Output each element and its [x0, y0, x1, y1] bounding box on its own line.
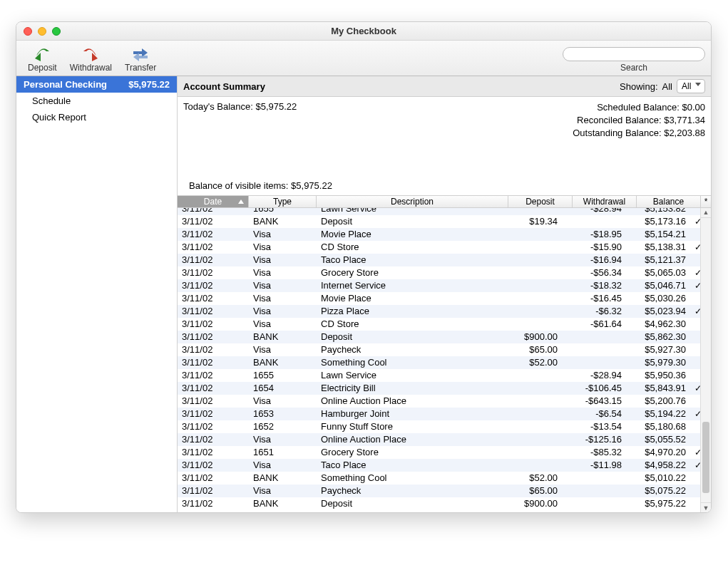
cell-date: 3/11/02 [178, 331, 249, 342]
cell-wd: -$28.94 [562, 370, 626, 380]
table-row[interactable]: 3/11/02VisaCD Store-$15.90$5,138.31✓ [178, 241, 700, 254]
col-header-type[interactable]: Type [249, 196, 317, 207]
cell-type: BANK [249, 472, 317, 483]
cell-bal: $5,065.03 [626, 267, 690, 278]
cell-dep: $52.00 [498, 357, 562, 368]
cell-date: 3/11/02 [178, 395, 249, 406]
sidebar-item-schedule[interactable]: Schedule [16, 93, 177, 109]
table-row[interactable]: 3/11/02VisaCD Store-$61.64$4,962.30 [178, 318, 700, 331]
cell-date: 3/11/02 [178, 208, 249, 214]
scheduled-balance: Scheduled Balance: $0.00 [573, 101, 705, 114]
cell-bal: $4,970.20 [626, 447, 690, 457]
table-row[interactable]: 3/11/02VisaPaycheck$65.00$5,075.22 [178, 484, 700, 497]
cell-bal: $5,950.36 [626, 370, 690, 380]
table-row[interactable]: 3/11/02VisaPaycheck$65.00$5,927.30 [178, 343, 700, 356]
cell-type: Visa [249, 434, 317, 445]
cell-date: 3/11/02 [178, 318, 249, 329]
cell-chk: ✓ [690, 447, 700, 457]
table-row[interactable]: 3/11/02VisaInternet Service-$18.32$5,046… [178, 279, 700, 292]
cell-wd: -$85.32 [562, 447, 626, 457]
cell-date: 3/11/02 [178, 344, 249, 355]
sidebar-item-label: Schedule [32, 95, 71, 106]
cell-bal: $5,046.71 [626, 280, 690, 291]
scroll-up-button[interactable]: ▲ [701, 208, 711, 218]
outstanding-balance: Outstanding Balance: $2,203.88 [573, 127, 705, 140]
cell-date: 3/11/02 [178, 306, 249, 316]
cell-dep: $65.00 [498, 344, 562, 355]
table-row[interactable]: 3/11/02BANKDeposit$900.00$5,862.30 [178, 331, 700, 343]
cell-bal: $5,154.21 [626, 229, 690, 239]
table-row[interactable]: 3/11/02VisaTaco Place-$11.98$4,958.22✓ [178, 459, 700, 472]
table-row[interactable]: 3/11/02VisaOnline Auction Place-$643.15$… [178, 395, 700, 408]
app-window: My Checkbook Deposit Withdrawal [16, 21, 712, 513]
table-row[interactable]: 3/11/02BANKDeposit$900.00$5,975.22 [178, 497, 700, 510]
table-row[interactable]: 3/11/02BANKSomething Cool$52.00$5,010.22 [178, 472, 700, 484]
table-body: 3/11/021655Lawn Service-$28.94$5,153.823… [178, 208, 700, 510]
cell-chk: ✓ [690, 217, 700, 227]
cell-chk: ✓ [690, 306, 700, 316]
table-row[interactable]: 3/11/021653Hamburger Joint-$6.54$5,194.2… [178, 408, 700, 420]
search-label: Search [563, 63, 705, 73]
cell-bal: $5,927.30 [626, 344, 690, 355]
withdrawal-button[interactable]: Withdrawal [67, 46, 115, 73]
cell-bal: $5,030.26 [626, 293, 690, 304]
table-row[interactable]: 3/11/02BANKSomething Cool$52.00$5,979.30 [178, 356, 700, 369]
deposit-button[interactable]: Deposit [25, 46, 60, 73]
cell-type: Visa [249, 229, 317, 239]
table-row[interactable]: 3/11/021652Funny Stuff Store-$13.54$5,18… [178, 420, 700, 433]
table-row[interactable]: 3/11/02VisaGrocery Store-$56.34$5,065.03… [178, 266, 700, 279]
cell-dep: $900.00 [498, 498, 562, 509]
cell-dep: $19.34 [498, 216, 562, 227]
sidebar-item-personal-checking[interactable]: Personal Checking $5,975.22 [16, 76, 177, 93]
scroll-down-button[interactable]: ▼ [701, 502, 711, 512]
table-row[interactable]: 3/11/021651Grocery Store-$85.32$4,970.20… [178, 446, 700, 459]
cell-desc: Online Auction Place [317, 434, 498, 445]
cell-date: 3/11/02 [178, 460, 249, 470]
col-header-date[interactable]: Date [178, 196, 249, 207]
cell-bal: $5,194.22 [626, 408, 690, 419]
cell-wd: -$56.34 [562, 267, 626, 278]
cell-desc: Grocery Store [317, 447, 498, 457]
table-row[interactable]: 3/11/02VisaTaco Place-$16.94$5,121.37 [178, 254, 700, 266]
table-row[interactable]: 3/11/02VisaOnline Auction Place-$125.16$… [178, 433, 700, 446]
cell-date: 3/11/02 [178, 280, 249, 291]
cell-date: 3/11/02 [178, 216, 249, 227]
cell-type: Visa [249, 460, 317, 470]
cell-bal: $5,180.68 [626, 421, 690, 432]
table-row[interactable]: 3/11/02VisaMovie Place-$16.45$5,030.26 [178, 292, 700, 305]
cell-date: 3/11/02 [178, 485, 249, 496]
cell-wd: -$16.94 [562, 254, 626, 265]
table-row[interactable]: 3/11/021654Electricity Bill-$106.45$5,84… [178, 382, 700, 395]
cell-wd: -$125.16 [562, 434, 626, 445]
cell-desc: Taco Place [317, 254, 498, 265]
table-row[interactable]: 3/11/021655Lawn Service-$28.94$5,153.82 [178, 208, 700, 215]
col-header-deposit[interactable]: Deposit [508, 196, 573, 207]
scrollbar[interactable]: ▲ ▼ [700, 208, 711, 512]
transfer-button[interactable]: Transfer [122, 46, 159, 73]
cell-wd: -$6.32 [562, 306, 626, 316]
showing-select[interactable]: All [677, 79, 705, 93]
cell-desc: Paycheck [317, 485, 498, 496]
col-header-reconciled[interactable]: * [701, 196, 711, 207]
cell-bal: $5,075.22 [626, 485, 690, 496]
table-row[interactable]: 3/11/02VisaMovie Place-$18.95$5,154.21 [178, 228, 700, 241]
cell-date: 3/11/02 [178, 370, 249, 380]
col-header-balance[interactable]: Balance [637, 196, 701, 207]
col-header-withdrawal[interactable]: Withdrawal [573, 196, 637, 207]
table-row[interactable]: 3/11/02VisaPizza Place-$6.32$5,023.94✓ [178, 305, 700, 318]
search-input[interactable] [563, 47, 705, 61]
cell-type: Visa [249, 254, 317, 265]
withdrawal-icon [82, 46, 99, 61]
sort-asc-icon [238, 200, 244, 204]
cell-desc: Lawn Service [317, 208, 498, 214]
table-row[interactable]: 3/11/02BANKDeposit$19.34$5,173.16✓ [178, 215, 700, 228]
table-row[interactable]: 3/11/021655Lawn Service-$28.94$5,950.36 [178, 369, 700, 382]
cell-desc: Grocery Store [317, 267, 498, 278]
cell-desc: CD Store [317, 242, 498, 252]
sidebar-item-quick-report[interactable]: Quick Report [16, 109, 177, 125]
cell-desc: Hamburger Joint [317, 408, 498, 419]
scroll-thumb[interactable] [702, 422, 709, 493]
cell-wd: -$15.90 [562, 242, 626, 252]
cell-chk: ✓ [690, 460, 700, 470]
col-header-description[interactable]: Description [317, 196, 508, 207]
